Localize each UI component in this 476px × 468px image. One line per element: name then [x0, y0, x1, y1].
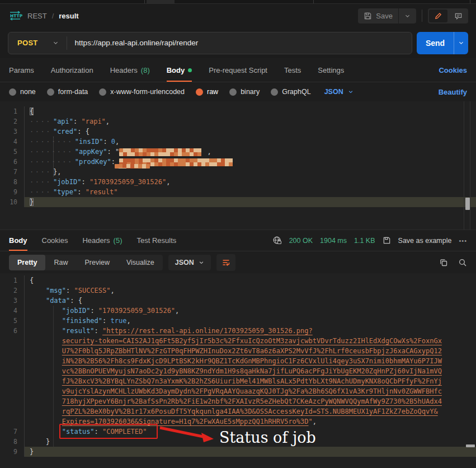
line-number [0, 336, 25, 346]
body-type-x-www-form-urlencoded[interactable]: x-www-form-urlencoded [99, 88, 185, 96]
scrollbar-thumb[interactable] [465, 198, 470, 210]
response-scrollbar-thumb[interactable] [466, 444, 475, 447]
indent [30, 377, 62, 385]
redacted-pixel [166, 148, 170, 152]
radio-icon [271, 88, 278, 96]
save-options-button[interactable] [398, 8, 416, 24]
radio-label: raw [207, 88, 218, 96]
redacted-pixel [221, 158, 225, 162]
redacted-pixel [123, 152, 127, 156]
redacted-pixel [162, 162, 166, 166]
response-tab-test-results[interactable]: Test Results [137, 230, 177, 251]
tab-pre-request-script[interactable]: Pre-request Script [209, 58, 267, 82]
token-pun: : { [70, 297, 82, 305]
code-content: security-token=CAIS2AJ1q6Ft5B2yfSjIr5b3c… [25, 336, 476, 346]
request-editor-scrollbar[interactable] [464, 101, 470, 230]
redacted-pixel [139, 148, 143, 152]
view-pretty[interactable]: Pretty [9, 255, 45, 270]
copy-response-button[interactable] [439, 258, 448, 267]
redacted-pixel [154, 148, 158, 152]
redacted-pixel [190, 158, 194, 162]
redacted-pixel [174, 158, 178, 162]
redacted-secret [119, 148, 203, 156]
save-as-example-link[interactable]: Save as example [398, 237, 452, 245]
response-format-selector[interactable]: JSON [168, 255, 211, 270]
breadcrumb-collection[interactable]: REST [27, 12, 47, 20]
save-button-group: Save [358, 8, 416, 24]
tab-label: Body [167, 66, 185, 74]
body-type-raw[interactable]: raw [196, 88, 218, 96]
tab-authorization[interactable]: Authorization [51, 58, 93, 82]
save-response-button[interactable] [383, 236, 391, 245]
response-tab-cookies[interactable]: Cookies [42, 230, 68, 251]
body-type-none[interactable]: none [9, 88, 36, 96]
comment-icon [454, 12, 463, 20]
body-type-binary[interactable]: binary [229, 88, 260, 96]
token-bool: true [111, 317, 127, 325]
indent [30, 317, 62, 325]
tab-settings[interactable]: Settings [318, 58, 344, 82]
redacted-pixel [135, 152, 139, 156]
beautify-link[interactable]: Beautify [439, 88, 467, 96]
request-header-row: HTTP REST / result Save [0, 4, 476, 27]
indent [30, 438, 46, 446]
body-type-form-data[interactable]: form-data [47, 88, 88, 96]
url-input[interactable]: https://app.real-api.online/rapi/render [67, 39, 199, 47]
view-preview[interactable]: Preview [76, 255, 117, 270]
view-visualize[interactable]: Visualize [118, 255, 163, 270]
whitespace-dots: ···· [30, 118, 53, 125]
code-line: 718hyjXPpevY6Bnjr%2BafSsPn2Rb%2FiE1w2nbf… [0, 396, 476, 406]
response-body-editor[interactable]: Status of job 1{2 "msg": "SUCCESS",3 "da… [0, 273, 476, 468]
token-pun: } [30, 448, 34, 456]
tab-params[interactable]: Params [9, 58, 34, 82]
body-type-graphql[interactable]: GraphQL [271, 88, 310, 96]
send-button[interactable]: Send [417, 32, 454, 54]
redacted-pixel [126, 164, 130, 168]
tab-label: Headers [82, 236, 110, 245]
tab-count: (8) [141, 66, 150, 74]
save-label: Save [376, 12, 393, 20]
send-options-button[interactable] [454, 32, 468, 54]
redacted-pixel [186, 162, 190, 166]
tab-count: (5) [114, 236, 122, 245]
code-content: ····"type": "result" [25, 187, 476, 197]
response-format-label: JSON [175, 259, 194, 266]
token-pun: , [106, 118, 110, 125]
response-tab-body[interactable]: Body [9, 230, 27, 251]
save-button[interactable]: Save [358, 8, 398, 24]
redacted-pixel [197, 158, 201, 162]
code-line: rqPZL%2BeX0byV%2B1r17x6PosuDfT5Yqkqunlga… [0, 406, 476, 416]
whitespace-dots: ········ [30, 138, 75, 146]
token-pun: , [166, 178, 170, 186]
send-button-group: Send [417, 32, 468, 54]
redacted-pixel [119, 158, 123, 162]
cookies-link[interactable]: Cookies [439, 58, 467, 82]
wrap-lines-button[interactable] [216, 254, 235, 271]
redacted-pixel [127, 152, 131, 156]
response-tab-headers[interactable]: Headers(5) [82, 230, 122, 251]
search-response-button[interactable] [458, 258, 467, 267]
comments-button[interactable] [449, 8, 468, 24]
line-number: 1 [0, 275, 25, 286]
code-line: 8····"jobID": "1703925059_301526", [0, 177, 476, 187]
redacted-pixel [178, 162, 182, 166]
redacted-pixel [170, 152, 174, 156]
token-pun: , [126, 317, 130, 325]
method-selector[interactable]: POST [8, 39, 67, 47]
format-selector[interactable]: JSON [324, 88, 354, 96]
indent [30, 408, 62, 415]
code-content: } [25, 197, 476, 207]
tab-body[interactable]: Body [167, 58, 192, 82]
whitespace-dots: ········ [30, 158, 75, 166]
token-link: 718hyjXPpevY6Bnjr%2BafSsPn2Rb%2FiE1w2nbf… [62, 397, 442, 405]
more-options-icon[interactable]: ••• [459, 237, 467, 244]
redacted-pixel [166, 162, 170, 166]
request-body-editor[interactable]: 1{2····"api": "rapi",3····"cred": {4····… [0, 101, 476, 230]
tab-tests[interactable]: Tests [284, 58, 301, 82]
search-icon [458, 258, 467, 267]
line-number [0, 376, 25, 386]
line-number: 3 [0, 296, 25, 306]
tab-headers[interactable]: Headers(8) [110, 58, 150, 82]
view-raw[interactable]: Raw [45, 255, 76, 270]
edit-button[interactable] [429, 10, 447, 22]
